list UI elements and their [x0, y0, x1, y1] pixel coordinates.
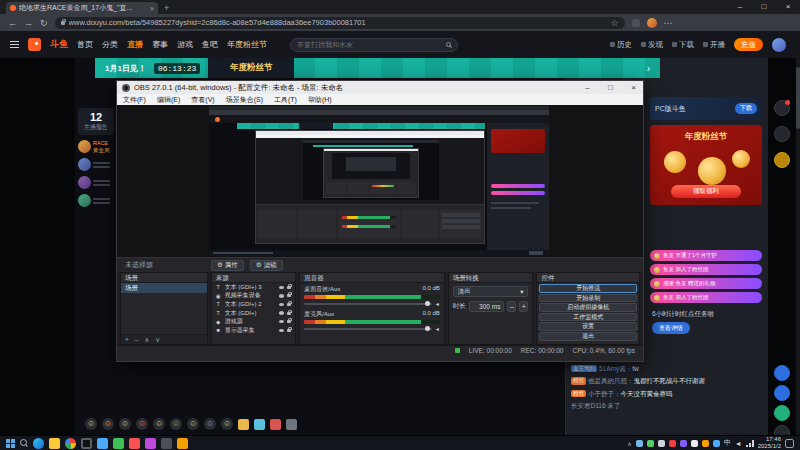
- source-row[interactable]: ◉视频采集设备: [212, 292, 296, 301]
- scene-list-item[interactable]: 场景: [121, 283, 207, 293]
- emoji-icon[interactable]: ☺: [221, 418, 233, 430]
- source-row[interactable]: T文本 (GDI+) 2: [212, 300, 296, 309]
- wechat-floater-icon[interactable]: [774, 405, 790, 421]
- rail-stream-item[interactable]: RACE黄金周: [78, 140, 114, 153]
- back-icon[interactable]: ←: [8, 18, 17, 28]
- window-minimize-button[interactable]: –: [728, 0, 752, 14]
- obs-menu-help[interactable]: 帮助(H): [308, 95, 332, 105]
- festival-promo-card[interactable]: 年度粉丝节 领取福利: [650, 125, 762, 205]
- tray-expand-icon[interactable]: ∧: [627, 440, 631, 447]
- chat-app-icon[interactable]: [97, 438, 108, 449]
- window-maximize-button[interactable]: □: [752, 0, 776, 14]
- nav-games[interactable]: 游戏: [177, 39, 193, 50]
- header-history[interactable]: 历史: [610, 40, 632, 50]
- emoji-icon[interactable]: ☺: [204, 418, 216, 430]
- url-field[interactable]: ☆: [55, 17, 625, 29]
- page-scrollbar[interactable]: [796, 31, 800, 435]
- qq-floater-icon[interactable]: [774, 385, 790, 401]
- action-center-icon[interactable]: [785, 439, 794, 448]
- lock-icon[interactable]: [287, 294, 291, 297]
- lock-icon[interactable]: [287, 320, 291, 323]
- schedule-card[interactable]: 12 主播预告: [78, 108, 114, 135]
- volume-slider[interactable]: [304, 303, 431, 305]
- visibility-eye-icon[interactable]: [279, 294, 284, 298]
- source-row[interactable]: T文本 (GDI+) 3: [212, 283, 296, 292]
- virtual-camera-button[interactable]: 启动虚拟摄像机: [539, 303, 637, 312]
- studio-mode-button[interactable]: 工作室模式: [539, 313, 637, 322]
- taskbar-clock[interactable]: 17:46 2025/1/2: [758, 436, 781, 449]
- window-close-button[interactable]: ×: [776, 0, 800, 14]
- lock-icon[interactable]: [287, 329, 291, 332]
- rail-stream-item[interactable]: [78, 176, 114, 189]
- new-tab-button[interactable]: +: [164, 2, 169, 14]
- user-avatar[interactable]: [772, 38, 786, 52]
- chrome-icon[interactable]: [65, 438, 76, 449]
- duration-increase-button[interactable]: +: [519, 301, 528, 312]
- service-floater-icon[interactable]: [774, 100, 790, 116]
- tab-close-icon[interactable]: ×: [150, 5, 154, 12]
- emoji-icon[interactable]: ☺: [85, 418, 97, 430]
- source-row[interactable]: ■显示器采集: [212, 326, 296, 335]
- browser-profile-avatar[interactable]: [647, 18, 657, 28]
- chat-username[interactable]: 51Amy酱：: [599, 365, 632, 372]
- sources-dock-title[interactable]: 来源: [212, 273, 296, 283]
- banner-arrow-icon[interactable]: ›: [647, 63, 650, 74]
- obs-close-button[interactable]: ×: [624, 83, 643, 92]
- visibility-eye-icon[interactable]: [279, 311, 284, 315]
- sticker-tool-icon[interactable]: [254, 419, 265, 430]
- header-download[interactable]: 下载: [672, 40, 694, 50]
- edge-icon[interactable]: [33, 438, 44, 449]
- source-row[interactable]: ◆游戏源: [212, 317, 296, 326]
- tray-icon[interactable]: [658, 440, 665, 447]
- speaker-icon[interactable]: ◄: [435, 326, 440, 332]
- tray-icon[interactable]: [702, 440, 709, 447]
- visibility-eye-icon[interactable]: [279, 303, 284, 307]
- duration-spinner[interactable]: 300 ms: [469, 301, 505, 312]
- transition-select[interactable]: 淡出 ▾: [453, 286, 529, 297]
- gift-tool-icon[interactable]: [238, 419, 249, 430]
- transitions-dock-title[interactable]: 场景转换: [449, 273, 533, 283]
- forward-icon[interactable]: →: [24, 18, 33, 28]
- notice-detail-button[interactable]: 查看详情: [652, 322, 690, 334]
- nav-categories[interactable]: 分类: [102, 39, 118, 50]
- obs-title-bar[interactable]: OBS 27.0.1 (64-bit, windows) - 配置文件: 未命名…: [117, 81, 643, 94]
- event-countdown-banner[interactable]: 1月1日见！ 06:13:23 年度粉丝节 ›: [95, 58, 660, 78]
- rail-stream-item[interactable]: [78, 158, 114, 171]
- emoji-icon[interactable]: ☺: [119, 418, 131, 430]
- chat-username[interactable]: 他是真的只想：: [588, 377, 634, 384]
- media-app-icon[interactable]: [129, 438, 140, 449]
- search-icon[interactable]: [446, 42, 451, 47]
- visibility-eye-icon[interactable]: [279, 286, 284, 290]
- settings-button[interactable]: 设置: [539, 322, 637, 331]
- obs-maximize-button[interactable]: □: [601, 83, 620, 92]
- start-streaming-button[interactable]: 开始推流: [539, 284, 637, 293]
- rail-stream-item[interactable]: [78, 194, 114, 207]
- chat-username[interactable]: 小于舒子：: [588, 390, 621, 397]
- tray-icon[interactable]: [669, 440, 676, 447]
- emoji-icon[interactable]: ☺: [136, 418, 148, 430]
- wechat-icon[interactable]: [113, 438, 124, 449]
- network-icon[interactable]: [746, 440, 754, 447]
- obs-taskbar-icon[interactable]: [81, 438, 92, 449]
- douyu-logo-icon[interactable]: [28, 38, 41, 51]
- source-row[interactable]: T文本 (GDI+): [212, 309, 296, 318]
- lock-icon[interactable]: [287, 312, 291, 315]
- tray-icon[interactable]: [680, 440, 687, 447]
- nav-live[interactable]: 直播: [127, 39, 143, 50]
- emoji-icon[interactable]: ☺: [187, 418, 199, 430]
- file-explorer-icon[interactable]: [49, 438, 60, 449]
- recharge-button[interactable]: 充值: [734, 38, 763, 51]
- header-discover[interactable]: 发现: [641, 40, 663, 50]
- tray-icon[interactable]: [647, 440, 654, 447]
- url-input[interactable]: [69, 18, 607, 27]
- tray-icon[interactable]: [691, 440, 698, 447]
- site-search-box[interactable]: [290, 38, 458, 52]
- visibility-eye-icon[interactable]: [279, 320, 284, 324]
- slider-handle[interactable]: [425, 326, 430, 331]
- exit-button[interactable]: 退出: [539, 332, 637, 341]
- music-app-icon[interactable]: [177, 438, 188, 449]
- game-app-icon[interactable]: [161, 438, 172, 449]
- scrollbar-thumb[interactable]: [796, 67, 800, 129]
- store-app-icon[interactable]: [145, 438, 156, 449]
- emoji-icon[interactable]: ☺: [153, 418, 165, 430]
